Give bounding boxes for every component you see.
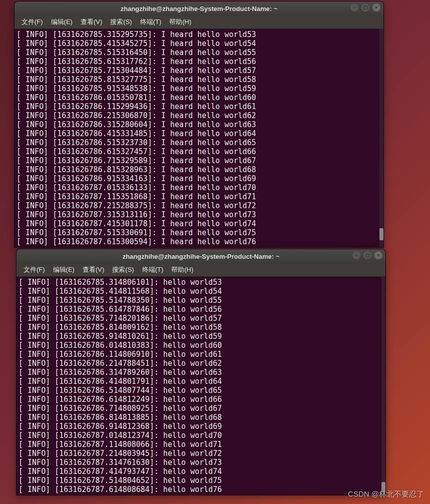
titlebar[interactable]: zhangzhihe@zhangzhihe-System-Product-Nam… bbox=[15, 2, 383, 16]
log-line: [ INFO] [1631626785.714820186]: hello wo… bbox=[19, 314, 383, 323]
maximize-button[interactable]: ▢ bbox=[363, 251, 371, 259]
log-line: [ INFO] [1631626787.515330691]: I heard … bbox=[17, 228, 381, 237]
log-line: [ INFO] [1631626786.414801791]: hello wo… bbox=[19, 377, 383, 386]
log-line: [ INFO] [1631626785.415345275]: I heard … bbox=[17, 39, 381, 48]
minimize-button[interactable]: – bbox=[350, 4, 358, 12]
log-line: [ INFO] [1631626785.414811568]: hello wo… bbox=[19, 287, 383, 296]
terminal-window-listener: zhangzhihe@zhangzhihe-System-Product-Nam… bbox=[14, 1, 384, 248]
log-line: [ INFO] [1631626786.814813885]: hello wo… bbox=[19, 413, 383, 422]
menu-terminal[interactable]: 终端(T) bbox=[138, 264, 168, 275]
log-line: [ INFO] [1631626786.815328963]: I heard … bbox=[17, 165, 381, 174]
menu-search[interactable]: 搜索(S) bbox=[108, 264, 138, 275]
log-line: [ INFO] [1631626785.914810261]: hello wo… bbox=[19, 332, 383, 341]
log-line: [ INFO] [1631626786.514807744]: hello wo… bbox=[19, 386, 383, 395]
log-line: [ INFO] [1631626787.315313116]: I heard … bbox=[17, 210, 381, 219]
log-line: [ INFO] [1631626785.915348538]: I heard … bbox=[17, 84, 381, 93]
log-line: [ INFO] [1631626785.315295735]: I heard … bbox=[17, 30, 381, 39]
menu-edit[interactable]: 编辑(E) bbox=[49, 264, 79, 275]
log-line: [ INFO] [1631626786.714808925]: hello wo… bbox=[19, 404, 383, 413]
log-line: [ INFO] [1631626786.314789260]: hello wo… bbox=[19, 368, 383, 377]
window-title: zhangzhihe@zhangzhihe-System-Product-Nam… bbox=[121, 5, 278, 13]
log-line: [ INFO] [1631626787.014812374]: hello wo… bbox=[19, 431, 383, 440]
log-line: [ INFO] [1631626787.015336133]: I heard … bbox=[17, 183, 381, 192]
close-button[interactable]: × bbox=[374, 251, 382, 259]
log-line: [ INFO] [1631626786.215306870]: I heard … bbox=[17, 111, 381, 120]
maximize-button[interactable]: ▢ bbox=[361, 4, 369, 12]
close-button[interactable]: × bbox=[372, 4, 380, 12]
menu-file[interactable]: 文件(F) bbox=[18, 17, 47, 28]
scrollbar[interactable] bbox=[379, 29, 383, 247]
log-line: [ INFO] [1631626786.015350781]: I heard … bbox=[17, 93, 381, 102]
menu-terminal[interactable]: 终端(T) bbox=[136, 17, 166, 28]
log-line: [ INFO] [1631626787.115351868]: I heard … bbox=[17, 192, 381, 201]
log-line: [ INFO] [1631626787.614808684]: hello wo… bbox=[19, 485, 383, 494]
menubar: 文件(F) 编辑(E) 查看(V) 搜索(S) 终端(T) 帮助(H) bbox=[17, 263, 385, 277]
log-line: [ INFO] [1631626787.415301178]: I heard … bbox=[17, 219, 381, 228]
log-line: [ INFO] [1631626786.614812249]: hello wo… bbox=[19, 395, 383, 404]
log-line: [ INFO] [1631626786.115299436]: I heard … bbox=[17, 102, 381, 111]
titlebar[interactable]: zhangzhihe@zhangzhihe-System-Product-Nam… bbox=[17, 249, 385, 263]
scrollbar-thumb[interactable] bbox=[379, 228, 383, 240]
terminal-output[interactable]: [ INFO] [1631626785.314806101]: hello wo… bbox=[17, 277, 385, 495]
scrollbar-thumb[interactable] bbox=[381, 482, 385, 492]
window-title: zhangzhihe@zhangzhihe-System-Product-Nam… bbox=[123, 253, 280, 260]
log-line: [ INFO] [1631626787.414793747]: hello wo… bbox=[19, 467, 383, 476]
desktop: zhangzhihe@zhangzhihe-System-Product-Nam… bbox=[0, 0, 430, 504]
menu-file[interactable]: 文件(F) bbox=[20, 264, 49, 275]
log-line: [ INFO] [1631626786.114806910]: hello wo… bbox=[19, 350, 383, 359]
log-line: [ INFO] [1631626785.615317762]: I heard … bbox=[17, 57, 381, 66]
log-line: [ INFO] [1631626787.615300594]: I heard … bbox=[17, 237, 381, 246]
menu-edit[interactable]: 编辑(E) bbox=[47, 17, 77, 28]
log-line: [ INFO] [1631626785.715304484]: I heard … bbox=[17, 66, 381, 75]
log-line: [ INFO] [1631626786.615327457]: I heard … bbox=[17, 147, 381, 156]
log-line: [ INFO] [1631626785.515316450]: I heard … bbox=[17, 48, 381, 57]
menu-help[interactable]: 帮助(H) bbox=[165, 17, 195, 28]
menu-help[interactable]: 帮助(H) bbox=[167, 264, 197, 275]
log-line: [ INFO] [1631626787.215288375]: I heard … bbox=[17, 201, 381, 210]
log-line: [ INFO] [1631626785.314806101]: hello wo… bbox=[19, 278, 383, 287]
log-line: [ INFO] [1631626786.914812368]: hello wo… bbox=[19, 422, 383, 431]
log-line: [ INFO] [1631626785.815327775]: I heard … bbox=[17, 75, 381, 84]
terminal-output[interactable]: [ INFO] [1631626785.315295735]: I heard … bbox=[15, 29, 383, 247]
log-line: [ INFO] [1631626786.315280604]: I heard … bbox=[17, 120, 381, 129]
log-line: [ INFO] [1631626785.614787846]: hello wo… bbox=[19, 305, 383, 314]
minimize-button[interactable]: – bbox=[352, 251, 360, 259]
log-line: [ INFO] [1631626785.514788350]: hello wo… bbox=[19, 296, 383, 305]
window-controls: – ▢ × bbox=[352, 251, 382, 259]
log-line: [ INFO] [1631626787.214803945]: hello wo… bbox=[19, 449, 383, 458]
log-line: [ INFO] [1631626786.214788451]: hello wo… bbox=[19, 359, 383, 368]
scrollbar[interactable] bbox=[381, 277, 385, 495]
log-line: [ INFO] [1631626785.814809162]: hello wo… bbox=[19, 323, 383, 332]
log-line: [ INFO] [1631626786.014810383]: hello wo… bbox=[19, 341, 383, 350]
log-line: [ INFO] [1631626786.915334163]: I heard … bbox=[17, 174, 381, 183]
menubar: 文件(F) 编辑(E) 查看(V) 搜索(S) 终端(T) 帮助(H) bbox=[15, 16, 383, 29]
menu-view[interactable]: 查看(V) bbox=[79, 264, 108, 275]
terminal-window-talker: zhangzhihe@zhangzhihe-System-Product-Nam… bbox=[16, 249, 386, 495]
log-line: [ INFO] [1631626786.515323730]: I heard … bbox=[17, 138, 381, 147]
log-line: [ INFO] [1631626787.514804652]: hello wo… bbox=[19, 476, 383, 485]
log-line: [ INFO] [1631626787.314761630]: hello wo… bbox=[19, 458, 383, 467]
menu-search[interactable]: 搜索(S) bbox=[106, 17, 136, 28]
log-line: [ INFO] [1631626786.415331485]: I heard … bbox=[17, 129, 381, 138]
log-line: [ INFO] [1631626786.715329589]: I heard … bbox=[17, 156, 381, 165]
window-controls: – ▢ × bbox=[350, 4, 380, 12]
menu-view[interactable]: 查看(V) bbox=[77, 17, 106, 28]
log-line: [ INFO] [1631626787.114808066]: hello wo… bbox=[19, 440, 383, 449]
